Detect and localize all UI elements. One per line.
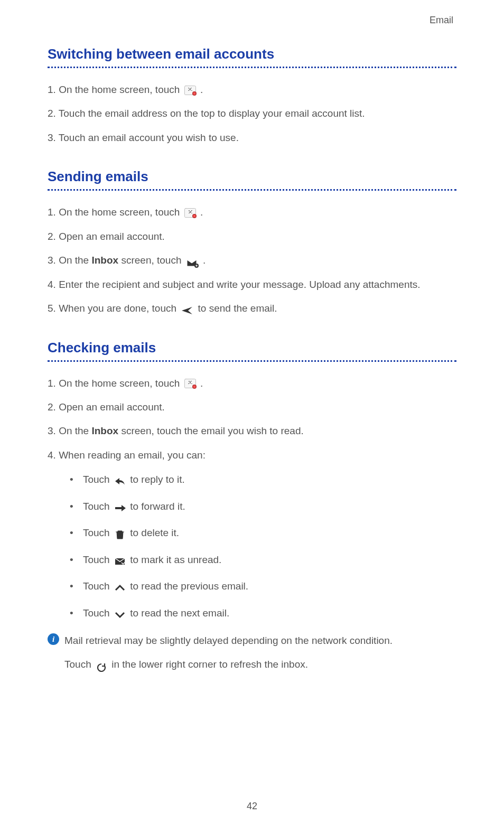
step-text: Enter the recipient and subject and writ… xyxy=(59,279,420,290)
sub-text: to forward it. xyxy=(130,501,185,512)
bold-term: Inbox xyxy=(91,425,118,436)
page-number: 42 xyxy=(0,801,504,812)
sub-text: Touch xyxy=(83,474,113,485)
sub-item: Touch to read the previous email. xyxy=(70,579,456,594)
step-number: 3. xyxy=(48,255,56,266)
sub-text: Touch xyxy=(83,607,113,619)
step-text: screen, touch the email you wish to read… xyxy=(121,425,303,436)
step-text: On the home screen, touch xyxy=(59,378,182,389)
step-number: 3. xyxy=(48,132,56,143)
step-text: . xyxy=(203,255,206,266)
step-text: . xyxy=(200,378,203,389)
sub-item: Touch to reply to it. xyxy=(70,472,456,488)
note-body: Mail retrieval may be slightly delayed d… xyxy=(64,632,393,673)
sub-list: Touch to reply to it. Touch to forward i… xyxy=(70,472,456,621)
sub-text: to read the next email. xyxy=(130,607,229,619)
sub-text: to delete it. xyxy=(130,527,179,538)
step-number: 5. xyxy=(48,303,56,314)
step-item: 3. On the Inbox screen, touch the email … xyxy=(48,423,456,438)
trash-icon xyxy=(114,529,126,538)
step-item: 3. On the Inbox screen, touch . xyxy=(48,252,456,268)
steps-list-sending: 1. On the home screen, touch . 2. Open a… xyxy=(48,204,456,316)
step-text: to send the email. xyxy=(198,303,277,314)
step-number: 2. xyxy=(48,108,56,119)
sub-item: Touch to mark it as unread. xyxy=(70,553,456,568)
sub-text: to reply to it. xyxy=(130,474,185,485)
step-number: 4. xyxy=(48,450,56,461)
forward-icon xyxy=(114,502,126,512)
steps-list-switching: 1. On the home screen, touch . 2. Touch … xyxy=(48,82,456,145)
step-item: 2. Open an email account. xyxy=(48,399,456,415)
step-text: Open an email account. xyxy=(59,231,165,242)
compose-icon xyxy=(186,257,199,265)
info-note: i Mail retrieval may be slightly delayed… xyxy=(48,632,456,673)
steps-list-checking: 1. On the home screen, touch . 2. Open a… xyxy=(48,376,456,621)
step-text: When you are done, touch xyxy=(59,303,179,314)
step-item: 3. Touch an email account you wish to us… xyxy=(48,130,456,145)
chevron-up-icon xyxy=(114,582,126,592)
note-text: Mail retrieval may be slightly delayed d… xyxy=(64,635,393,646)
step-text: On the home screen, touch xyxy=(59,207,182,218)
step-item: 1. On the home screen, touch . xyxy=(48,82,456,97)
step-text: On the xyxy=(59,425,91,436)
step-item: 1. On the home screen, touch . xyxy=(48,376,456,391)
step-text: . xyxy=(200,207,203,218)
step-text: On the home screen, touch xyxy=(59,84,182,95)
sub-text: to mark it as unread. xyxy=(130,554,221,565)
sub-text: Touch xyxy=(83,501,113,512)
sub-item: Touch to delete it. xyxy=(70,526,456,541)
step-item: 1. On the home screen, touch . xyxy=(48,204,456,220)
sub-item: Touch to read the next email. xyxy=(70,606,456,621)
bold-term: Inbox xyxy=(91,255,118,266)
step-item: 5. When you are done, touch to send the … xyxy=(48,301,456,316)
step-text: On the xyxy=(59,255,91,266)
email-app-icon xyxy=(184,86,196,95)
sub-text: to read the previous email. xyxy=(130,581,248,592)
section-heading-switching: Switching between email accounts xyxy=(48,46,456,68)
email-app-icon xyxy=(184,208,196,218)
step-number: 1. xyxy=(48,84,56,95)
mark-unread-icon xyxy=(114,556,126,565)
sub-item: Touch to forward it. xyxy=(70,499,456,514)
step-item: 4. Enter the recipient and subject and w… xyxy=(48,277,456,292)
chevron-down-icon xyxy=(114,609,126,619)
step-item: 2. Touch the email address on the top to… xyxy=(48,106,456,121)
step-number: 2. xyxy=(48,401,56,413)
section-heading-sending: Sending emails xyxy=(48,169,456,191)
section-heading-checking: Checking emails xyxy=(48,340,456,362)
step-number: 1. xyxy=(48,207,56,218)
header-category: Email xyxy=(48,15,456,26)
step-number: 3. xyxy=(48,425,56,436)
step-number: 4. xyxy=(48,279,56,290)
send-icon xyxy=(181,304,193,314)
step-item: 4. When reading an email, you can: Touch… xyxy=(48,447,456,621)
sub-text: Touch xyxy=(83,554,113,565)
sub-text: Touch xyxy=(83,581,113,592)
reply-icon xyxy=(114,475,126,485)
note-text: in the lower right corner to refresh the… xyxy=(111,659,308,670)
step-text: When reading an email, you can: xyxy=(59,450,206,461)
step-number: 1. xyxy=(48,378,56,389)
page-content: Email Switching between email accounts 1… xyxy=(0,0,504,673)
step-item: 2. Open an email account. xyxy=(48,229,456,244)
sub-text: Touch xyxy=(83,527,113,538)
email-app-icon xyxy=(184,379,196,388)
step-text: screen, touch xyxy=(121,255,184,266)
step-text: Touch the email address on the top to di… xyxy=(59,108,365,119)
info-icon: i xyxy=(48,633,59,645)
refresh-icon xyxy=(96,660,107,670)
step-number: 2. xyxy=(48,231,56,242)
step-text: Open an email account. xyxy=(59,401,165,413)
note-text: Touch xyxy=(64,659,94,670)
step-text: Touch an email account you wish to use. xyxy=(59,132,239,143)
step-text: . xyxy=(200,84,203,95)
